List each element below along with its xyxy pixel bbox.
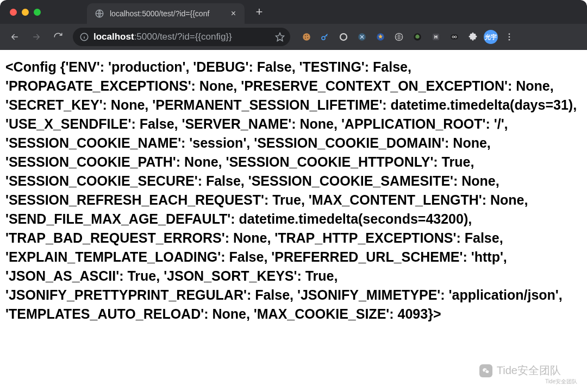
wechat-icon: [479, 364, 492, 377]
svg-point-7: [307, 35, 308, 36]
extension-h[interactable]: H: [428, 29, 444, 45]
url-path: :5000/test/?id={{config}}: [134, 31, 232, 42]
tab-close-button[interactable]: ×: [229, 8, 238, 20]
page-content: <Config {'ENV': 'production', 'DEBUG': F…: [0, 50, 587, 331]
url-host: localhost: [93, 31, 134, 42]
address-bar[interactable]: localhost:5000/test/?id={{config}}: [73, 28, 290, 46]
back-button[interactable]: [5, 28, 24, 46]
profile-avatar[interactable]: 光宇: [484, 30, 498, 44]
extension-globe[interactable]: [391, 29, 407, 45]
browser-tab[interactable]: localhost:5000/test/?id={{conf ×: [87, 3, 245, 24]
svg-point-5: [303, 33, 310, 41]
globe2-icon: [394, 32, 404, 42]
extensions-button[interactable]: [465, 29, 480, 45]
svg-point-6: [305, 35, 306, 36]
browser-toolbar: localhost:5000/test/?id={{config}} H 光宇: [0, 24, 587, 50]
extensions-row: H 光宇: [299, 29, 517, 45]
burst-icon: [376, 32, 385, 42]
svg-text:H: H: [434, 35, 438, 40]
eyes-icon: [449, 32, 459, 42]
puzzle-icon: [468, 32, 478, 42]
globe-icon: [95, 9, 104, 18]
reload-icon: [53, 32, 63, 42]
arrow-right-icon: [32, 32, 41, 42]
new-tab-button[interactable]: +: [251, 4, 267, 20]
window-close-dot[interactable]: [10, 9, 17, 16]
site-info-icon[interactable]: [79, 32, 89, 42]
cookie-icon: [302, 32, 311, 42]
window-minimize-dot[interactable]: [22, 9, 29, 16]
svg-marker-4: [276, 33, 284, 41]
x-icon: [357, 32, 367, 42]
svg-point-23: [509, 39, 510, 41]
window-controls: [0, 9, 41, 16]
extension-x[interactable]: [354, 29, 370, 45]
forward-button[interactable]: [27, 28, 46, 46]
ring-icon: [339, 32, 348, 42]
bookmark-button[interactable]: [275, 32, 285, 42]
extension-star[interactable]: [373, 29, 388, 45]
tab-title: localhost:5000/test/?id={{conf: [110, 9, 223, 18]
key-icon: [320, 32, 330, 42]
star-icon: [275, 32, 285, 42]
extension-circle[interactable]: [336, 29, 351, 45]
arrow-left-icon: [10, 32, 20, 42]
svg-point-10: [322, 36, 325, 40]
svg-point-21: [509, 33, 510, 35]
extension-eyes[interactable]: [447, 29, 462, 45]
watermark-sub: Tide安全团队: [545, 378, 577, 385]
extension-cookie[interactable]: [299, 29, 314, 45]
h-badge-icon: H: [431, 32, 441, 42]
extension-fox[interactable]: [410, 29, 425, 45]
fox-icon: [413, 32, 422, 42]
watermark-text: Tide安全团队: [497, 363, 561, 378]
kebab-icon: [504, 32, 514, 42]
svg-point-22: [509, 36, 510, 38]
svg-point-9: [305, 37, 306, 39]
svg-point-11: [340, 34, 347, 40]
reload-button[interactable]: [49, 28, 67, 46]
url-text: localhost:5000/test/?id={{config}}: [93, 31, 271, 42]
extension-key[interactable]: [317, 29, 333, 45]
window-titlebar: localhost:5000/test/?id={{conf × +: [0, 0, 587, 24]
browser-menu-button[interactable]: [501, 29, 517, 45]
window-zoom-dot[interactable]: [34, 9, 41, 16]
watermark: Tide安全团队: [479, 363, 561, 378]
svg-point-8: [307, 37, 308, 39]
